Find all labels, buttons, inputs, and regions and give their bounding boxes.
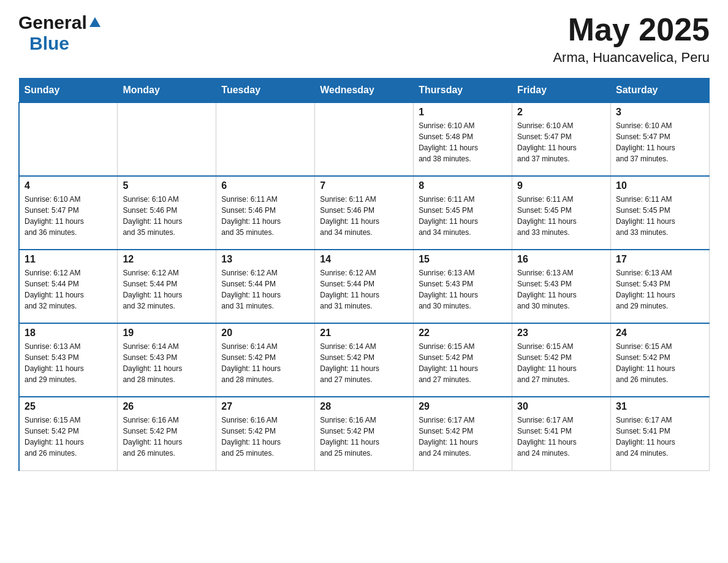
calendar-cell: 2Sunrise: 6:10 AM Sunset: 5:47 PM Daylig… — [512, 102, 611, 176]
calendar-day-header: Wednesday — [315, 79, 414, 103]
day-number: 3 — [616, 107, 704, 118]
calendar-cell: 22Sunrise: 6:15 AM Sunset: 5:42 PM Dayli… — [414, 323, 512, 397]
calendar-cell — [118, 102, 216, 176]
calendar-cell: 7Sunrise: 6:11 AM Sunset: 5:46 PM Daylig… — [315, 176, 414, 250]
day-number: 6 — [221, 180, 309, 191]
day-info: Sunrise: 6:11 AM Sunset: 5:46 PM Dayligh… — [221, 194, 309, 238]
day-info: Sunrise: 6:15 AM Sunset: 5:42 PM Dayligh… — [25, 415, 112, 459]
calendar-week-row: 18Sunrise: 6:13 AM Sunset: 5:43 PM Dayli… — [19, 323, 710, 397]
day-info: Sunrise: 6:13 AM Sunset: 5:43 PM Dayligh… — [517, 267, 605, 312]
calendar-cell: 15Sunrise: 6:13 AM Sunset: 5:43 PM Dayli… — [414, 250, 512, 323]
calendar-cell: 8Sunrise: 6:11 AM Sunset: 5:45 PM Daylig… — [414, 176, 512, 250]
day-info: Sunrise: 6:14 AM Sunset: 5:42 PM Dayligh… — [320, 341, 408, 385]
calendar-week-row: 11Sunrise: 6:12 AM Sunset: 5:44 PM Dayli… — [19, 250, 710, 323]
day-info: Sunrise: 6:10 AM Sunset: 5:47 PM Dayligh… — [517, 120, 605, 164]
day-number: 26 — [123, 401, 211, 412]
day-info: Sunrise: 6:15 AM Sunset: 5:42 PM Dayligh… — [419, 341, 507, 385]
day-number: 31 — [616, 401, 704, 412]
day-number: 7 — [320, 180, 408, 191]
calendar-cell: 27Sunrise: 6:16 AM Sunset: 5:42 PM Dayli… — [216, 397, 315, 470]
day-info: Sunrise: 6:10 AM Sunset: 5:48 PM Dayligh… — [419, 120, 507, 164]
day-number: 22 — [419, 327, 507, 339]
calendar-day-header: Saturday — [611, 79, 710, 103]
day-info: Sunrise: 6:13 AM Sunset: 5:43 PM Dayligh… — [419, 267, 507, 312]
day-number: 20 — [221, 327, 309, 339]
calendar-cell: 18Sunrise: 6:13 AM Sunset: 5:43 PM Dayli… — [19, 323, 118, 397]
day-info: Sunrise: 6:11 AM Sunset: 5:45 PM Dayligh… — [517, 194, 605, 238]
calendar-cell: 1Sunrise: 6:10 AM Sunset: 5:48 PM Daylig… — [414, 102, 512, 176]
logo-blue-text: Blue — [29, 33, 69, 53]
day-info: Sunrise: 6:17 AM Sunset: 5:42 PM Dayligh… — [419, 415, 507, 459]
day-info: Sunrise: 6:13 AM Sunset: 5:43 PM Dayligh… — [616, 267, 704, 312]
svg-marker-0 — [89, 17, 100, 27]
day-number: 29 — [419, 401, 507, 412]
calendar-cell: 30Sunrise: 6:17 AM Sunset: 5:41 PM Dayli… — [512, 397, 611, 470]
day-number: 14 — [320, 254, 408, 265]
title-area: May 2025 Arma, Huancavelica, Peru — [553, 12, 710, 66]
calendar-table: SundayMondayTuesdayWednesdayThursdayFrid… — [18, 78, 710, 471]
calendar-cell: 21Sunrise: 6:14 AM Sunset: 5:42 PM Dayli… — [315, 323, 414, 397]
calendar-cell — [315, 102, 414, 176]
calendar-cell — [19, 102, 118, 176]
calendar-header-row: SundayMondayTuesdayWednesdayThursdayFrid… — [19, 79, 710, 103]
calendar-day-header: Monday — [118, 79, 216, 103]
calendar-cell: 4Sunrise: 6:10 AM Sunset: 5:47 PM Daylig… — [19, 176, 118, 250]
day-info: Sunrise: 6:14 AM Sunset: 5:43 PM Dayligh… — [123, 341, 211, 385]
calendar-week-row: 25Sunrise: 6:15 AM Sunset: 5:42 PM Dayli… — [19, 397, 710, 470]
day-number: 4 — [25, 180, 112, 191]
calendar-cell: 6Sunrise: 6:11 AM Sunset: 5:46 PM Daylig… — [216, 176, 315, 250]
calendar-cell: 3Sunrise: 6:10 AM Sunset: 5:47 PM Daylig… — [611, 102, 710, 176]
day-number: 25 — [25, 401, 112, 412]
day-number: 23 — [517, 327, 605, 339]
day-info: Sunrise: 6:13 AM Sunset: 5:43 PM Dayligh… — [25, 341, 112, 385]
day-number: 30 — [517, 401, 605, 412]
day-info: Sunrise: 6:11 AM Sunset: 5:46 PM Dayligh… — [320, 194, 408, 238]
page-header: General Blue May 2025 Arma, Huancavelica… — [18, 12, 710, 66]
calendar-cell: 29Sunrise: 6:17 AM Sunset: 5:42 PM Dayli… — [414, 397, 512, 470]
day-info: Sunrise: 6:10 AM Sunset: 5:46 PM Dayligh… — [123, 194, 211, 238]
calendar-cell: 23Sunrise: 6:15 AM Sunset: 5:42 PM Dayli… — [512, 323, 611, 397]
calendar-cell: 14Sunrise: 6:12 AM Sunset: 5:44 PM Dayli… — [315, 250, 414, 323]
calendar-day-header: Tuesday — [216, 79, 315, 103]
day-number: 2 — [517, 107, 605, 118]
location-title: Arma, Huancavelica, Peru — [553, 50, 710, 66]
day-number: 9 — [517, 180, 605, 191]
calendar-cell: 5Sunrise: 6:10 AM Sunset: 5:46 PM Daylig… — [118, 176, 216, 250]
day-info: Sunrise: 6:16 AM Sunset: 5:42 PM Dayligh… — [221, 415, 309, 459]
day-info: Sunrise: 6:10 AM Sunset: 5:47 PM Dayligh… — [616, 120, 704, 164]
day-number: 27 — [221, 401, 309, 412]
calendar-day-header: Sunday — [19, 79, 118, 103]
day-number: 5 — [123, 180, 211, 191]
day-number: 15 — [419, 254, 507, 265]
calendar-cell: 19Sunrise: 6:14 AM Sunset: 5:43 PM Dayli… — [118, 323, 216, 397]
logo: General Blue — [18, 12, 100, 54]
day-info: Sunrise: 6:15 AM Sunset: 5:42 PM Dayligh… — [616, 341, 704, 385]
calendar-cell: 24Sunrise: 6:15 AM Sunset: 5:42 PM Dayli… — [611, 323, 710, 397]
day-info: Sunrise: 6:11 AM Sunset: 5:45 PM Dayligh… — [616, 194, 704, 238]
day-info: Sunrise: 6:12 AM Sunset: 5:44 PM Dayligh… — [221, 267, 309, 312]
calendar-cell: 16Sunrise: 6:13 AM Sunset: 5:43 PM Dayli… — [512, 250, 611, 323]
logo-general-text: General — [18, 12, 87, 33]
day-number: 21 — [320, 327, 408, 339]
calendar-cell: 9Sunrise: 6:11 AM Sunset: 5:45 PM Daylig… — [512, 176, 611, 250]
calendar-cell: 20Sunrise: 6:14 AM Sunset: 5:42 PM Dayli… — [216, 323, 315, 397]
calendar-cell: 13Sunrise: 6:12 AM Sunset: 5:44 PM Dayli… — [216, 250, 315, 323]
calendar-cell: 28Sunrise: 6:16 AM Sunset: 5:42 PM Dayli… — [315, 397, 414, 470]
day-info: Sunrise: 6:17 AM Sunset: 5:41 PM Dayligh… — [517, 415, 605, 459]
calendar-week-row: 1Sunrise: 6:10 AM Sunset: 5:48 PM Daylig… — [19, 102, 710, 176]
day-number: 8 — [419, 180, 507, 191]
month-title: May 2025 — [553, 12, 710, 47]
day-number: 19 — [123, 327, 211, 339]
day-number: 28 — [320, 401, 408, 412]
day-info: Sunrise: 6:15 AM Sunset: 5:42 PM Dayligh… — [517, 341, 605, 385]
calendar-cell — [216, 102, 315, 176]
calendar-cell: 25Sunrise: 6:15 AM Sunset: 5:42 PM Dayli… — [19, 397, 118, 470]
calendar-cell: 26Sunrise: 6:16 AM Sunset: 5:42 PM Dayli… — [118, 397, 216, 470]
day-number: 11 — [25, 254, 112, 265]
day-info: Sunrise: 6:16 AM Sunset: 5:42 PM Dayligh… — [123, 415, 211, 459]
calendar-cell: 17Sunrise: 6:13 AM Sunset: 5:43 PM Dayli… — [611, 250, 710, 323]
day-info: Sunrise: 6:16 AM Sunset: 5:42 PM Dayligh… — [320, 415, 408, 459]
day-number: 17 — [616, 254, 704, 265]
day-number: 12 — [123, 254, 211, 265]
day-number: 13 — [221, 254, 309, 265]
